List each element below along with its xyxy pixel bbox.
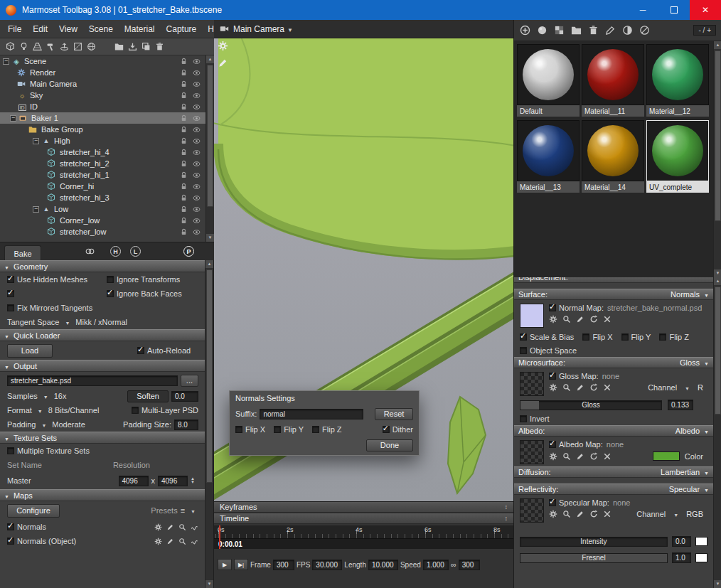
visibility-icon[interactable] xyxy=(193,183,201,191)
map-preview-icon[interactable] xyxy=(178,523,186,531)
menu-scene[interactable]: Scene xyxy=(84,22,118,36)
scroll-down-icon[interactable] xyxy=(205,580,213,588)
collapse-icon[interactable] xyxy=(33,206,39,213)
reflectivity-mode-dropdown[interactable]: Specular xyxy=(669,485,709,493)
texture-edit-icon[interactable] xyxy=(576,452,584,461)
tree-item-bake-group[interactable]: Bake Group xyxy=(0,124,214,135)
map-edit-icon[interactable] xyxy=(166,523,174,531)
tree-item-low[interactable]: ▲ Low xyxy=(0,203,214,215)
tangent-space-dropdown[interactable] xyxy=(62,318,73,326)
scroll-up-icon[interactable] xyxy=(714,41,721,49)
surface-mode-dropdown[interactable]: Normals xyxy=(671,290,709,299)
scroll-up-icon[interactable] xyxy=(714,277,721,285)
lock-icon[interactable] xyxy=(180,58,188,65)
flip-x-checkbox[interactable]: Flip X xyxy=(235,425,265,434)
configure-button[interactable]: Configure xyxy=(7,504,60,518)
texture-edit-icon[interactable] xyxy=(576,510,584,518)
output-filename-field[interactable]: stretcher_bake.psd xyxy=(7,375,178,386)
add-shadow-catcher-icon[interactable] xyxy=(73,42,82,51)
close-button[interactable]: ✕ xyxy=(690,0,721,20)
end-frame-field[interactable]: 300 xyxy=(459,560,480,570)
new-material-icon[interactable] xyxy=(520,25,530,36)
visibility-icon[interactable] xyxy=(193,114,201,122)
texture-settings-icon[interactable] xyxy=(549,510,557,518)
texture-preview-icon[interactable] xyxy=(562,315,571,324)
delete-icon[interactable] xyxy=(155,42,164,51)
visibility-icon[interactable] xyxy=(193,171,201,179)
flip-z-checkbox[interactable]: Flip Z xyxy=(659,333,689,341)
map-settings-icon[interactable] xyxy=(154,538,162,545)
tab-bake[interactable]: Bake xyxy=(4,245,41,261)
speed-field[interactable]: 1.000 xyxy=(423,560,449,570)
material-thumbnail[interactable] xyxy=(646,44,709,105)
flip-z-checkbox[interactable]: Flip Z xyxy=(312,425,342,434)
visibility-icon[interactable] xyxy=(193,126,201,134)
clear-unused-icon[interactable] xyxy=(639,25,650,36)
add-turntable-icon[interactable] xyxy=(60,42,69,51)
tree-item-high[interactable]: ▲ High xyxy=(0,135,214,146)
expand-collapse-icon[interactable]: ↕ xyxy=(505,503,508,511)
scroll-up-icon[interactable] xyxy=(205,260,213,268)
duplicate-icon[interactable] xyxy=(141,42,151,51)
texture-settings-icon[interactable] xyxy=(549,383,557,392)
map-normals-object-checkbox[interactable]: Normals (Object) xyxy=(7,537,76,545)
visibility-icon[interactable] xyxy=(193,194,201,202)
add-backdrop-icon[interactable] xyxy=(33,42,42,51)
properties-scrollbar[interactable] xyxy=(713,277,721,588)
collapse-icon[interactable] xyxy=(33,138,39,144)
map-curve-icon[interactable] xyxy=(191,523,198,531)
map-edit-icon[interactable] xyxy=(166,538,174,545)
object-space-checkbox[interactable]: Object Space xyxy=(520,346,577,355)
viewport-settings-icon[interactable] xyxy=(218,41,228,51)
menu-file[interactable]: File xyxy=(3,22,26,36)
lock-icon[interactable] xyxy=(180,217,188,225)
thumbnail-size-control[interactable]: - / + xyxy=(693,25,716,36)
tree-item-main-camera[interactable]: Main Camera xyxy=(0,78,214,90)
scale-bias-checkbox[interactable]: Scale & Bias xyxy=(520,333,574,341)
expand-collapse-icon[interactable]: ↕ xyxy=(505,515,508,522)
resolution-stepper[interactable]: ▲▼ xyxy=(191,477,198,484)
lock-icon[interactable] xyxy=(180,205,188,213)
visibility-icon[interactable] xyxy=(193,69,201,77)
texture-sets-section-header[interactable]: Texture Sets xyxy=(0,432,205,444)
collapse-icon[interactable] xyxy=(3,58,9,65)
lock-icon[interactable] xyxy=(180,171,188,179)
format-value[interactable]: 8 Bits/Channel xyxy=(48,406,100,415)
material-tile-12[interactable]: Material__12 xyxy=(646,44,709,117)
outliner-scrollbar[interactable] xyxy=(205,55,214,242)
material-tile-14[interactable]: Material__14 xyxy=(582,120,644,193)
timeline-bar[interactable]: Timeline ↕ xyxy=(214,513,513,524)
menu-material[interactable]: Material xyxy=(119,22,160,36)
intensity-slider[interactable]: Intensity xyxy=(520,537,668,547)
suffix-field[interactable]: normal xyxy=(260,409,363,419)
length-field[interactable]: 10.000 xyxy=(368,560,398,570)
done-button[interactable]: Done xyxy=(366,439,413,451)
tree-item-sky[interactable]: ☼ Sky xyxy=(0,90,214,101)
texture-preview-icon[interactable] xyxy=(562,383,571,392)
map-curve-icon[interactable] xyxy=(191,538,198,545)
samples-dropdown[interactable] xyxy=(41,392,51,400)
material-tile-13[interactable]: Material__13 xyxy=(517,120,580,193)
scrollbar-thumb[interactable] xyxy=(206,269,213,483)
add-sky-icon[interactable] xyxy=(87,42,96,51)
texture-clear-icon[interactable] xyxy=(603,510,611,518)
normal-map-thumbnail[interactable] xyxy=(520,304,544,328)
tree-item-stretcher-hi-4[interactable]: stretcher_hi_4 xyxy=(0,146,214,158)
material-thumbnail[interactable] xyxy=(582,120,644,181)
texture-edit-icon[interactable] xyxy=(576,315,584,324)
tree-item-scene[interactable]: ◈ Scene xyxy=(0,55,214,67)
tree-item-stretcher-low[interactable]: stretcher_low xyxy=(0,226,214,237)
channel-value[interactable]: R xyxy=(698,383,703,392)
lock-icon[interactable] xyxy=(180,228,188,236)
diffusion-mode-dropdown[interactable]: Lambertian xyxy=(661,468,709,476)
lock-icon[interactable] xyxy=(180,160,188,168)
presets-label[interactable]: Presets xyxy=(151,506,177,515)
menu-capture[interactable]: Capture xyxy=(161,22,202,36)
add-mesh-icon[interactable] xyxy=(6,42,15,51)
visibility-icon[interactable] xyxy=(193,80,201,88)
visibility-icon[interactable] xyxy=(193,228,201,236)
ignore-transforms-checkbox[interactable]: Ignore Transforms xyxy=(107,275,180,284)
camera-selector[interactable]: Main Camera xyxy=(233,24,296,34)
texture-preview-icon[interactable] xyxy=(562,510,571,518)
add-tool-icon[interactable] xyxy=(46,42,55,51)
